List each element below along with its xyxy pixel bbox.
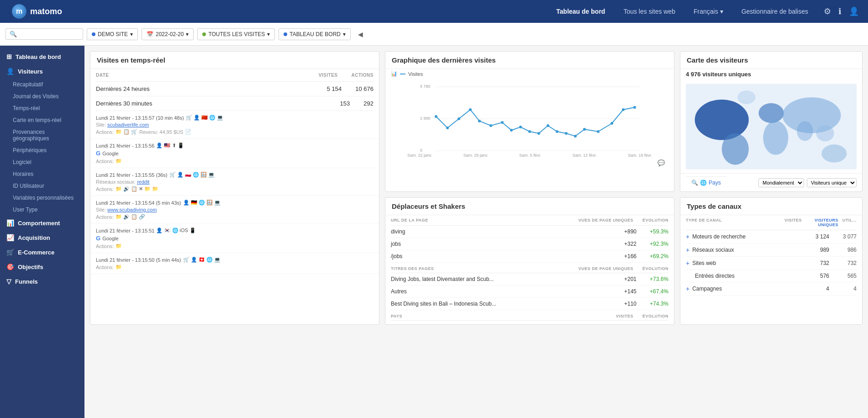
list-item: Lundi 21 février - 13:15:50 (5 min 44s) …	[90, 253, 379, 274]
svg-point-22	[597, 130, 600, 133]
globe-icon: 🌐	[700, 180, 707, 186]
collapse-icon[interactable]: ◀	[354, 29, 367, 40]
tableau-de-bord-button[interactable]: TABLEAU DE BORD ▾	[279, 28, 351, 40]
sidebar-section-ecommerce[interactable]: 🛒 E-Commerce	[0, 245, 84, 259]
bord-dot	[284, 32, 287, 36]
map-stats: 4 976 visiteurs uniques	[680, 69, 862, 79]
sidebar-item-recapitulatif[interactable]: Récapitulatif	[0, 79, 84, 90]
sidebar-item-peripheriques[interactable]: Périphériques	[0, 144, 84, 156]
table-row[interactable]: Dernières 30 minutes 153 292	[96, 96, 374, 111]
settings-icon[interactable]: ⚙	[822, 5, 833, 18]
sidebar-section-comportement[interactable]: 📊 Comportement	[0, 216, 84, 230]
svg-point-25	[633, 106, 636, 109]
svg-point-18	[556, 130, 558, 133]
shakers-header: URL DE LA PAGE VUES DE PAGE UNIQUES ÉVOL…	[391, 215, 668, 226]
date-button[interactable]: 📅 2022-02-20 ▾	[142, 28, 194, 40]
behaviour-icon: 📊	[6, 219, 14, 227]
social-link[interactable]: reddit	[137, 179, 150, 185]
user-icon[interactable]: 👤	[847, 5, 861, 18]
svg-point-32	[797, 121, 813, 141]
sidebar-item-journal[interactable]: Journal des Visites	[0, 90, 84, 102]
map-footer: 🔍 🌐 Pays Mondialement Visiteurs unique	[680, 173, 862, 191]
region-select[interactable]: Mondialement	[758, 178, 804, 187]
table-row[interactable]: + Sites web 732 732	[686, 257, 857, 270]
svg-point-28	[722, 133, 749, 165]
list-item: Lundi 21 février - 13:15:56 👤 🇲🇾 ⬆ 📱 G G…	[90, 139, 379, 168]
list-item: Lundi 21 février - 13:15:54 (5 min 43s) …	[90, 196, 379, 224]
svg-point-33	[816, 125, 834, 141]
table-row[interactable]: Autres +145 +67.4%	[391, 286, 668, 298]
grid-icon: ⊞	[6, 53, 12, 60]
svg-point-23	[610, 122, 613, 125]
svg-point-13	[510, 129, 513, 132]
svg-point-27	[695, 100, 749, 140]
svg-text:5 780: 5 780	[420, 84, 431, 89]
sidebar-item-user-type[interactable]: User Type	[0, 204, 84, 216]
expand-icon[interactable]: +	[686, 246, 689, 254]
table-row[interactable]: + Réseaux sociaux 989 986	[686, 243, 857, 257]
graph-card: Graphique des dernières visites 📊 Visite…	[385, 51, 674, 192]
chart-comment-icon: 💬	[391, 158, 668, 168]
toutes-visites-button[interactable]: TOUTES LES VISITES ▾	[197, 28, 275, 40]
table-row[interactable]: /jobs +166 +69.2%	[391, 250, 668, 263]
metric-select[interactable]: Visiteurs unique	[807, 178, 857, 187]
search-icon: 🔍	[691, 180, 698, 186]
svg-point-21	[583, 128, 586, 131]
chevron-down-icon: ▾	[343, 31, 346, 37]
sidebar-item-horaires[interactable]: Horaires	[0, 168, 84, 180]
sidebar-section-visiteurs[interactable]: 👤 Visiteurs	[0, 64, 84, 79]
expand-icon[interactable]: +	[686, 259, 689, 267]
table-row[interactable]: Diving Jobs, latest Divemaster and Scub.…	[391, 273, 668, 286]
channels-title: Types de canaux	[680, 198, 862, 215]
expand-icon[interactable]: +	[686, 285, 689, 292]
sidebar-section-funnels[interactable]: ▽ Funnels	[0, 274, 84, 289]
goals-icon: 🎯	[6, 263, 14, 270]
sidebar-item-provenances[interactable]: Provenances géographiques	[0, 126, 84, 144]
svg-point-19	[565, 132, 568, 135]
svg-point-17	[547, 124, 549, 127]
sidebar-section-objectifs[interactable]: 🎯 Objectifs	[0, 259, 84, 274]
svg-point-30	[763, 121, 788, 155]
sidebar-item-logiciel[interactable]: Logiciel	[0, 156, 84, 168]
sidebar-section-tableau[interactable]: ⊞ Tableau de bord	[0, 49, 84, 64]
svg-point-14	[519, 126, 522, 128]
map-card: Carte des visiteurs 4 976 visiteurs uniq…	[680, 51, 863, 192]
svg-point-15	[528, 130, 531, 133]
sidebar-item-variables[interactable]: Variables personnalisées	[0, 192, 84, 204]
shakers-title: Déplaceurs et Shakers	[385, 198, 674, 215]
sidebar-item-temps-reel[interactable]: Temps-réel	[0, 102, 84, 114]
sidebar-section-acquisition[interactable]: 📈 Acquisition	[0, 230, 84, 245]
chevron-down-icon: ▾	[720, 8, 723, 15]
table-row[interactable]: Dernières 24 heures 5 154 10 676	[96, 82, 374, 96]
svg-point-10	[478, 120, 481, 122]
sidebar-item-carte-temps-reel[interactable]: Carte en temps-réel	[0, 114, 84, 126]
realtime-table-header: DATE VISITES ACTIONS	[96, 69, 374, 82]
channels-header: TYPE DE CANAL VISITES VISITEURS UNIQUES …	[686, 215, 857, 230]
list-item: Lundi 21 février - 13:15:55 (36s) 🛒 👤 🇵🇱…	[90, 168, 379, 196]
sidebar-item-id-utilisateur[interactable]: ID Utilisateur	[0, 180, 84, 192]
search-input[interactable]	[5, 28, 83, 40]
sidebar: ⊞ Tableau de bord 👤 Visiteurs Récapitula…	[0, 46, 84, 418]
map-country-link[interactable]: 🔍 🌐 Pays	[686, 176, 726, 189]
svg-point-11	[489, 124, 492, 127]
table-row[interactable]: Best Diving sites in Bali – Indonesia Sc…	[391, 298, 668, 310]
nav-gestionnaire[interactable]: Gestionnaire de balises	[737, 5, 813, 18]
site-link[interactable]: www.scubadiving.com	[107, 207, 157, 212]
nav-language[interactable]: Français ▾	[689, 5, 728, 18]
site-link[interactable]: scubadiverlife.com	[107, 122, 149, 127]
logo[interactable]: m matomo	[7, 1, 67, 21]
table-row[interactable]: diving +890 +59.3%	[391, 226, 668, 238]
toolbar: DEMO SITE ▾ 📅 2022-02-20 ▾ TOUTES LES VI…	[0, 23, 868, 46]
logo-icon: m	[12, 4, 26, 19]
nav-tableau-de-bord[interactable]: Tableau de bord	[552, 5, 610, 18]
logo-text: matomo	[30, 7, 62, 16]
table-row[interactable]: jobs +322 +92.3%	[391, 238, 668, 250]
demo-site-button[interactable]: DEMO SITE ▾	[87, 28, 138, 40]
table-row[interactable]: + Campagnes 4 4	[686, 282, 857, 296]
nav-tous-les-sites-web[interactable]: Tous les sites web	[619, 5, 680, 18]
channels-card: Types de canaux TYPE DE CANAL VISITES VI…	[680, 197, 863, 325]
table-row[interactable]: Entrées directes 576 565	[686, 270, 857, 282]
info-icon[interactable]: ℹ	[836, 5, 843, 18]
table-row[interactable]: + Moteurs de recherche 3 124 3 077	[686, 230, 857, 243]
expand-icon[interactable]: +	[686, 233, 689, 240]
